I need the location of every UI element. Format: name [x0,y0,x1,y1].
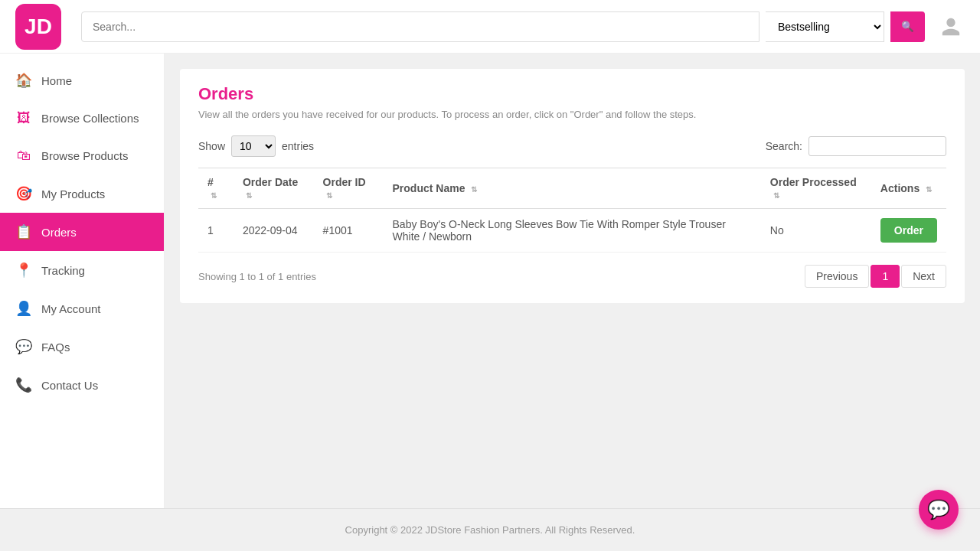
page-subtitle: View all the orders you have received fo… [198,109,946,120]
header-right [937,13,965,41]
col-order-processed[interactable]: Order Processed ⇅ [761,168,871,209]
sort-arrows-actions: ⇅ [926,185,932,194]
entries-label: entries [282,140,314,152]
search-button[interactable]: 🔍 [890,11,925,42]
search-label: Search: [766,140,802,152]
orders-icon: 📋 [15,223,32,240]
page-title: Orders [198,84,946,104]
search-bar: Bestselling Price Low to High Price High… [81,11,925,42]
sort-select[interactable]: Bestselling Price Low to High Price High… [766,11,884,42]
order-button[interactable]: Order [880,218,937,243]
products-icon: 🛍 [15,148,32,164]
sidebar-item-my-account[interactable]: 👤 My Account [0,289,164,328]
table-search: Search: [766,136,946,156]
orders-table-body: 1 2022-09-04 #1001 Baby Boy's O-Neck Lon… [198,209,946,253]
chat-bubble[interactable]: 💬 [919,490,959,530]
sidebar-item-account-label: My Account [41,302,101,315]
sidebar-item-faqs-label: FAQs [41,341,70,354]
sidebar-item-orders[interactable]: 📋 Orders [0,213,164,251]
table-search-input[interactable] [808,136,946,156]
sort-arrows-id: ⇅ [326,191,332,200]
sort-arrows-num: ⇅ [211,191,217,200]
logo[interactable]: JD [15,4,61,50]
main-content: Orders View all the orders you have rece… [165,54,980,508]
table-header-row: # ⇅ Order Date ⇅ Order ID ⇅ Product Name… [198,168,946,209]
col-num[interactable]: # ⇅ [198,168,234,209]
sidebar-item-my-products-label: My Products [41,187,105,201]
orders-table: # ⇅ Order Date ⇅ Order ID ⇅ Product Name… [198,168,946,253]
pagination-row: Showing 1 to 1 of 1 entries Previous 1 N… [198,265,946,288]
sidebar-item-browse-products[interactable]: 🛍 Browse Products [0,137,164,174]
copyright-text: Copyright © 2022 JDStore Fashion Partner… [345,524,635,536]
sidebar-item-tracking-label: Tracking [41,264,85,277]
sidebar-item-contact-us[interactable]: 📞 Contact Us [0,366,164,404]
account-icon: 👤 [15,300,32,317]
chat-icon: 💬 [927,499,950,520]
pagination-buttons: Previous 1 Next [805,265,946,288]
sidebar-item-browse-collections[interactable]: 🖼 Browse Collections [0,99,164,137]
sidebar-item-products-label: Browse Products [41,149,128,162]
cell-order-date: 2022-09-04 [234,209,314,253]
previous-button[interactable]: Previous [805,265,869,288]
show-label: Show [198,140,225,152]
col-order-date[interactable]: Order Date ⇅ [234,168,314,209]
sidebar-item-tracking[interactable]: 📍 Tracking [0,251,164,289]
search-icon: 🔍 [901,21,914,32]
table-row: 1 2022-09-04 #1001 Baby Boy's O-Neck Lon… [198,209,946,253]
header: JD Bestselling Price Low to High Price H… [0,0,980,54]
col-actions[interactable]: Actions ⇅ [871,168,946,209]
main-layout: 🏠 Home 🖼 Browse Collections 🛍 Browse Pro… [0,54,980,508]
user-icon[interactable] [937,13,965,41]
cell-actions: Order [871,209,946,253]
sort-arrows-product: ⇅ [471,185,477,194]
table-controls: Show 10 25 50 100 entries Search: [198,135,946,157]
faqs-icon: 💬 [15,338,32,355]
sort-arrows-date: ⇅ [246,191,252,200]
home-icon: 🏠 [15,72,32,89]
show-entries: Show 10 25 50 100 entries [198,135,314,157]
my-products-icon: 🎯 [15,185,32,202]
sort-arrows-processed: ⇅ [773,191,779,200]
sidebar: 🏠 Home 🖼 Browse Collections 🛍 Browse Pro… [0,54,165,508]
orders-card: Orders View all the orders you have rece… [180,69,965,303]
search-input[interactable] [81,11,760,42]
sidebar-item-collections-label: Browse Collections [41,112,139,125]
cell-order-id: #1001 [314,209,384,253]
collections-icon: 🖼 [15,110,32,126]
footer: Copyright © 2022 JDStore Fashion Partner… [0,508,980,551]
sidebar-item-orders-label: Orders [41,226,77,239]
sidebar-item-home-label: Home [41,74,72,87]
sidebar-item-home[interactable]: 🏠 Home [0,61,164,99]
sidebar-item-contact-label: Contact Us [41,379,98,392]
next-button[interactable]: Next [901,265,946,288]
pagination-info: Showing 1 to 1 of 1 entries [198,271,316,282]
cell-product-name: Baby Boy's O-Neck Long Sleeves Bow Tie W… [384,209,761,253]
col-order-id[interactable]: Order ID ⇅ [314,168,384,209]
cell-num: 1 [198,209,234,253]
col-product-name[interactable]: Product Name ⇅ [384,168,761,209]
tracking-icon: 📍 [15,262,32,279]
logo-text: JD [24,15,52,39]
entries-select[interactable]: 10 25 50 100 [231,135,276,157]
page-1-button[interactable]: 1 [871,265,900,288]
sidebar-item-my-products[interactable]: 🎯 My Products [0,174,164,213]
contact-icon: 📞 [15,377,32,393]
cell-order-processed: No [761,209,871,253]
sidebar-item-faqs[interactable]: 💬 FAQs [0,328,164,366]
